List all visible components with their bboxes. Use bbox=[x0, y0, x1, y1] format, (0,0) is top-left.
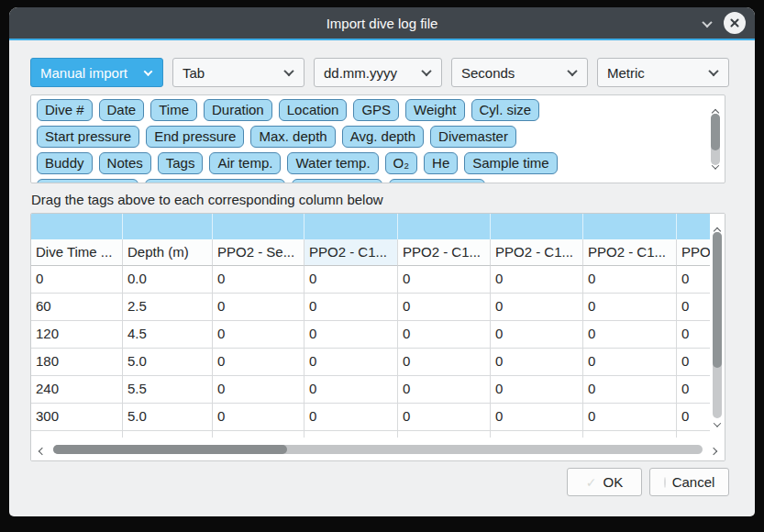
chevron-right-icon[interactable] bbox=[711, 441, 716, 458]
units-select[interactable]: Metric bbox=[597, 58, 729, 87]
table-cell[interactable]: 5.0 bbox=[123, 349, 213, 376]
table-cell[interactable]: 0 bbox=[583, 376, 677, 404]
column-drop-target[interactable] bbox=[398, 214, 491, 239]
tag-chip[interactable]: Avg. depth bbox=[342, 126, 424, 148]
table-cell[interactable]: 0 bbox=[304, 349, 398, 376]
tag-chip[interactable]: Air temp. bbox=[209, 152, 281, 174]
table-cell[interactable]: 0 bbox=[398, 349, 491, 376]
import-source-select[interactable]: Manual import bbox=[30, 58, 163, 87]
table-cell[interactable]: 4.5 bbox=[123, 321, 213, 349]
table-cell[interactable]: 0 bbox=[398, 321, 491, 349]
window-close-button[interactable] bbox=[724, 12, 746, 34]
column-header[interactable]: PPO2 - C1... bbox=[491, 239, 583, 266]
table-cell[interactable]: 0 bbox=[583, 294, 677, 321]
tag-chip[interactable]: Tags bbox=[158, 152, 204, 174]
table-cell[interactable]: 0 bbox=[304, 266, 398, 294]
table-cell[interactable]: 0 bbox=[677, 349, 710, 376]
table-cell[interactable]: 0 bbox=[491, 376, 583, 404]
table-cell[interactable]: 0 bbox=[213, 266, 304, 294]
cancel-button[interactable]: Cancel bbox=[649, 468, 729, 496]
tag-chip[interactable]: Sample CNS bbox=[389, 179, 485, 183]
scrollbar-track[interactable] bbox=[53, 445, 703, 454]
titlebar[interactable]: Import dive log file bbox=[9, 7, 755, 39]
column-drop-target[interactable] bbox=[213, 214, 304, 239]
column-header[interactable]: Depth (m) bbox=[123, 239, 213, 266]
table-cell[interactable]: 240 bbox=[31, 376, 123, 404]
table-cell[interactable]: 0 bbox=[491, 404, 583, 431]
duration-format-select[interactable]: Seconds bbox=[451, 58, 588, 87]
table-cell[interactable]: 0 bbox=[304, 294, 398, 321]
table-cell[interactable]: 120 bbox=[31, 321, 123, 349]
table-cell[interactable]: 0 bbox=[213, 294, 304, 321]
table-cell[interactable]: 0 bbox=[491, 349, 583, 376]
table-cell[interactable]: 5.0 bbox=[123, 404, 213, 431]
tag-chip[interactable]: Buddy bbox=[37, 152, 93, 174]
tag-chip[interactable]: Weight bbox=[405, 99, 464, 121]
scrollbar-thumb[interactable] bbox=[711, 114, 720, 150]
chevron-left-icon[interactable] bbox=[39, 441, 45, 458]
scrollbar-thumb[interactable] bbox=[53, 445, 287, 454]
table-cell[interactable]: 60 bbox=[31, 294, 123, 321]
table-cell[interactable]: 180 bbox=[31, 349, 123, 376]
table-cell[interactable]: 0 bbox=[213, 349, 304, 376]
column-header[interactable]: PPO2 - C1... bbox=[583, 239, 677, 266]
tag-chip[interactable]: Notes bbox=[99, 152, 151, 174]
table-cell[interactable]: 0 bbox=[398, 294, 491, 321]
column-header[interactable]: Dive Time ... bbox=[31, 239, 123, 266]
table-cell[interactable]: 0 bbox=[583, 404, 677, 431]
table-cell[interactable]: 0 bbox=[398, 266, 491, 294]
column-drop-target[interactable] bbox=[677, 214, 710, 239]
table-cell[interactable]: 0 bbox=[677, 321, 710, 349]
column-header[interactable]: PPO2 bbox=[677, 239, 710, 266]
tag-chip[interactable]: Duration bbox=[204, 99, 272, 121]
table-cell[interactable]: 0 bbox=[213, 321, 304, 349]
separator-select[interactable]: Tab bbox=[172, 58, 304, 87]
column-header[interactable]: PPO2 - C1... bbox=[398, 239, 491, 266]
table-cell[interactable]: 0 bbox=[213, 376, 304, 404]
table-cell[interactable]: 0 bbox=[583, 321, 677, 349]
tag-chip[interactable]: Start pressure bbox=[37, 126, 139, 148]
table-cell[interactable]: 0 bbox=[213, 404, 304, 431]
tag-chip[interactable]: Cyl. size bbox=[471, 99, 540, 121]
column-drop-target[interactable] bbox=[123, 214, 213, 239]
column-header[interactable]: PPO2 - C1... bbox=[304, 239, 398, 266]
date-format-select[interactable]: dd.mm.yyyy bbox=[314, 58, 442, 87]
tag-chip[interactable]: Sample temperature bbox=[145, 179, 286, 183]
table-cell[interactable]: 5.5 bbox=[123, 376, 213, 404]
column-drop-target[interactable] bbox=[31, 214, 123, 239]
ok-button[interactable]: ✓ OK bbox=[567, 468, 642, 496]
table-cell[interactable]: 0 bbox=[398, 404, 491, 431]
table-cell[interactable]: 0 bbox=[677, 294, 710, 321]
tag-chip[interactable]: Divemaster bbox=[430, 126, 516, 148]
column-drop-target[interactable] bbox=[491, 214, 583, 239]
column-header[interactable]: PPO2 - Se... bbox=[213, 239, 304, 266]
table-horizontal-scrollbar[interactable] bbox=[31, 438, 725, 460]
chevron-down-icon[interactable] bbox=[714, 415, 720, 431]
tag-pool-scrollbar[interactable] bbox=[706, 95, 725, 183]
scrollbar-thumb[interactable] bbox=[713, 232, 722, 368]
table-cell[interactable]: 0 bbox=[677, 404, 710, 431]
tag-chip[interactable]: O₂ bbox=[385, 152, 418, 174]
tag-chip[interactable]: Location bbox=[279, 99, 348, 121]
table-cell[interactable]: 300 bbox=[31, 404, 123, 431]
tag-chip[interactable]: Time bbox=[150, 99, 197, 121]
tag-chip[interactable]: Date bbox=[99, 99, 145, 121]
tag-chip[interactable]: He bbox=[424, 152, 458, 174]
table-cell[interactable]: 2.5 bbox=[123, 294, 213, 321]
column-drop-target[interactable] bbox=[583, 214, 677, 239]
table-cell[interactable]: 0 bbox=[398, 376, 491, 404]
table-cell[interactable]: 0 bbox=[304, 404, 398, 431]
tag-chip[interactable]: Max. depth bbox=[250, 126, 335, 148]
tag-chip[interactable]: Dive # bbox=[37, 99, 93, 121]
table-cell[interactable]: 0.0 bbox=[123, 266, 213, 294]
table-cell[interactable]: 0 bbox=[491, 294, 583, 321]
tag-chip[interactable]: Sample depth bbox=[37, 179, 138, 183]
table-cell[interactable]: 0 bbox=[677, 266, 710, 294]
tag-chip[interactable]: Sample time bbox=[464, 152, 557, 174]
column-drop-target[interactable] bbox=[304, 214, 398, 239]
tag-chip[interactable]: Water temp. bbox=[287, 152, 378, 174]
table-cell[interactable]: 0 bbox=[304, 376, 398, 404]
table-vertical-scrollbar[interactable] bbox=[710, 214, 725, 438]
table-cell[interactable]: 0 bbox=[491, 266, 583, 294]
table-cell[interactable]: 0 bbox=[583, 266, 677, 294]
